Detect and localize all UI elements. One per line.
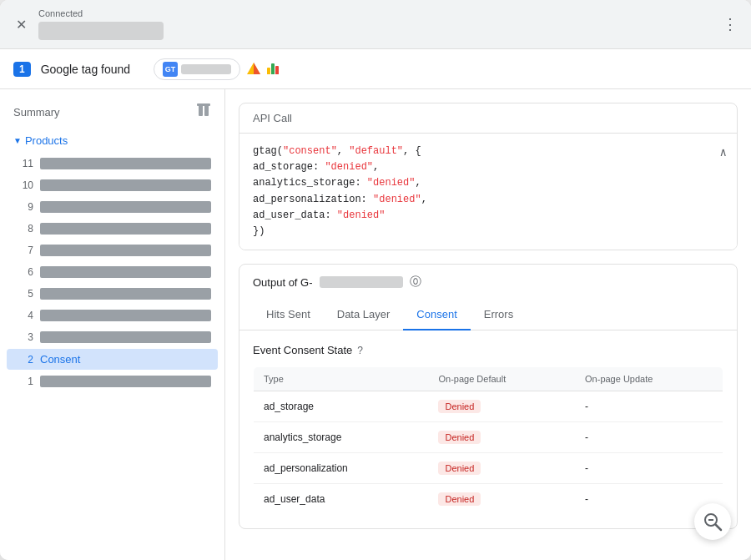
item-bar-7 bbox=[40, 245, 211, 256]
code-val-analytics: "denied" bbox=[367, 177, 416, 189]
consent-state-header: Event Consent State ? bbox=[253, 344, 723, 356]
sidebar-item-4[interactable]: 4 bbox=[7, 305, 218, 325]
svg-rect-4 bbox=[197, 103, 210, 106]
output-id-blurred bbox=[320, 276, 403, 288]
products-section: ▼ Products 11 10 bbox=[0, 131, 224, 395]
sidebar-item-8[interactable]: 8 bbox=[7, 219, 218, 239]
code-key-userdata: ad_user_data: bbox=[253, 209, 337, 221]
row-default-ad-user-data: Denied bbox=[428, 484, 575, 515]
item-bar-6 bbox=[40, 266, 211, 278]
item-bar-1 bbox=[40, 376, 211, 387]
item-bar-11 bbox=[40, 158, 211, 169]
table-row-ad-personalization: ad_personalization Denied - bbox=[254, 453, 723, 484]
sidebar-item-9[interactable]: 9 bbox=[7, 197, 218, 217]
tag-title: Google tag found bbox=[41, 63, 130, 76]
sidebar-item-11[interactable]: 11 bbox=[7, 154, 218, 174]
code-val-personalization: "denied" bbox=[373, 194, 421, 205]
ads-chip[interactable] bbox=[245, 61, 262, 78]
item-num-4: 4 bbox=[20, 310, 33, 321]
consent-content: Event Consent State ? Type On-page Defau… bbox=[239, 330, 737, 528]
zoom-out-fab[interactable] bbox=[694, 503, 731, 540]
collapse-icon[interactable]: ∧ bbox=[720, 144, 727, 162]
sidebar-items-list: 11 10 9 bbox=[7, 150, 218, 395]
item-bar-10 bbox=[40, 179, 211, 191]
code-line-2: ad_storage: "denied", bbox=[253, 159, 723, 175]
tag-number: 1 bbox=[13, 62, 31, 77]
item-num-10: 10 bbox=[20, 179, 33, 191]
row-type-analytics-storage: analytics_storage bbox=[254, 422, 429, 453]
main-wrapper: Summary ▼ Products bbox=[0, 89, 751, 560]
row-default-ad-storage: Denied bbox=[428, 391, 575, 422]
products-label: Products bbox=[25, 134, 68, 147]
code-val-userdata: "denied" bbox=[337, 209, 386, 221]
item-bar-5 bbox=[40, 288, 211, 300]
sidebar-item-3[interactable]: 3 bbox=[7, 327, 218, 347]
code-key-storage: ad_storage: bbox=[253, 161, 325, 173]
gt-chip[interactable]: GT bbox=[154, 58, 240, 80]
consent-state-label: Event Consent State bbox=[253, 344, 352, 356]
code-line-5: ad_user_data: "denied" bbox=[253, 208, 723, 224]
tab-errors[interactable]: Errors bbox=[471, 300, 527, 330]
chip-label-blurred bbox=[181, 64, 231, 74]
denied-badge-analytics-storage: Denied bbox=[438, 431, 481, 444]
table-row-ad-user-data: ad_user_data Denied - bbox=[254, 484, 723, 515]
item-num-5: 5 bbox=[20, 288, 33, 300]
output-header: Output of G- ⓪ bbox=[239, 265, 737, 300]
code-str-consent: "consent" bbox=[283, 145, 337, 157]
svg-rect-3 bbox=[204, 105, 209, 116]
zoom-icon bbox=[703, 512, 723, 532]
item-bar-4 bbox=[40, 310, 211, 321]
item-num-1: 1 bbox=[20, 376, 33, 387]
code-val-storage: "denied" bbox=[325, 161, 373, 173]
connected-label: Connected bbox=[38, 8, 164, 18]
more-menu-icon[interactable]: ⋮ bbox=[723, 15, 738, 33]
main-content: Summary ▼ Products bbox=[0, 89, 751, 560]
sidebar-item-5[interactable]: 5 bbox=[7, 284, 218, 304]
item-bar-9 bbox=[40, 201, 211, 213]
products-toggle[interactable]: ▼ Products bbox=[7, 131, 218, 150]
sidebar-item-7[interactable]: 7 bbox=[7, 240, 218, 260]
code-fn: gtag( bbox=[253, 145, 283, 157]
chrome-top-bar: ✕ Connected ⋮ bbox=[0, 0, 751, 49]
row-type-ad-storage: ad_storage bbox=[254, 391, 429, 422]
tab-consent[interactable]: Consent bbox=[403, 300, 470, 330]
col-header-type: Type bbox=[254, 367, 429, 391]
item-num-11: 11 bbox=[20, 158, 33, 169]
denied-badge-ad-personalization: Denied bbox=[438, 462, 481, 475]
tab-hits-sent[interactable]: Hits Sent bbox=[253, 300, 324, 330]
analytics-icon bbox=[267, 63, 279, 74]
row-update-ad-storage: - bbox=[575, 391, 723, 422]
code-line-4: ad_personalization: "denied", bbox=[253, 192, 723, 208]
consent-state-help-icon[interactable]: ? bbox=[357, 345, 363, 356]
analytics-chip[interactable] bbox=[267, 63, 279, 74]
svg-line-7 bbox=[716, 525, 721, 530]
col-header-default: On-page Default bbox=[428, 367, 575, 391]
svg-rect-2 bbox=[199, 105, 203, 116]
item-num-3: 3 bbox=[20, 331, 33, 343]
tag-bar: 1 Google tag found GT bbox=[0, 49, 751, 89]
sidebar-item-10[interactable]: 10 bbox=[7, 175, 218, 195]
code-key-analytics: analytics_storage: bbox=[253, 177, 367, 189]
item-num-6: 6 bbox=[20, 266, 33, 278]
sidebar-item-6[interactable]: 6 bbox=[7, 262, 218, 282]
api-call-section: API Call gtag("consent", "default", { ad… bbox=[239, 103, 738, 250]
table-row-analytics-storage: analytics_storage Denied - bbox=[254, 422, 723, 453]
close-icon[interactable]: ✕ bbox=[13, 17, 28, 32]
sidebar-item-1[interactable]: 1 bbox=[7, 371, 218, 391]
code-closing: }) bbox=[253, 225, 265, 237]
clear-icon[interactable] bbox=[196, 103, 211, 121]
status-area: Connected bbox=[38, 8, 164, 40]
sidebar-item-2-consent[interactable]: 2 Consent bbox=[7, 349, 218, 370]
code-line-1: gtag("consent", "default", { bbox=[253, 144, 723, 159]
item-bar-8 bbox=[40, 223, 211, 235]
tab-data-layer[interactable]: Data Layer bbox=[324, 300, 404, 330]
gt-icon: GT bbox=[163, 62, 178, 77]
url-bar-blurred bbox=[38, 22, 164, 40]
output-help-icon[interactable]: ⓪ bbox=[410, 275, 421, 290]
code-str-default: "default" bbox=[349, 145, 403, 157]
output-section: Output of G- ⓪ Hits Sent Data Layer Cons… bbox=[239, 264, 738, 529]
consent-table: Type On-page Default On-page Update ad_s… bbox=[253, 366, 723, 515]
row-default-analytics-storage: Denied bbox=[428, 422, 575, 453]
code-key-personalization: ad_personalization: bbox=[253, 194, 373, 205]
sidebar: Summary ▼ Products bbox=[0, 89, 225, 560]
